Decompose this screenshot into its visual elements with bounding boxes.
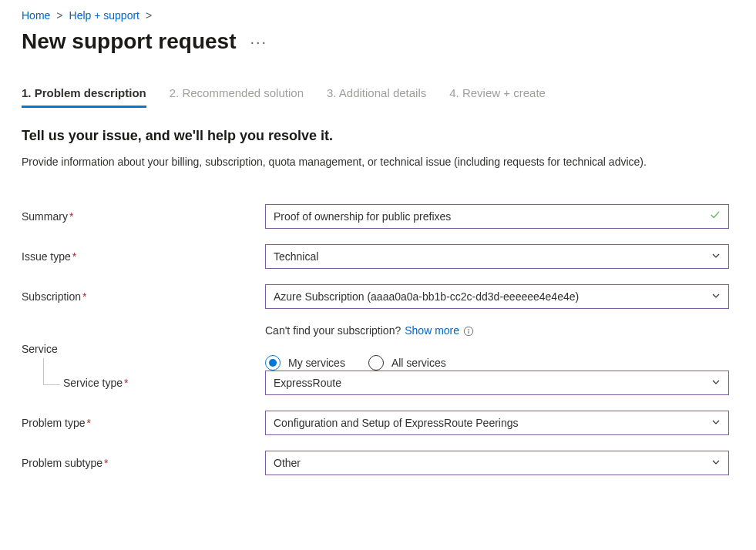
radio-my-services[interactable]: My services (265, 355, 345, 371)
issue-type-select[interactable]: Technical (265, 244, 729, 269)
issue-type-label: Issue type* (22, 250, 265, 263)
chevron-down-icon (711, 377, 721, 389)
service-type-select[interactable]: ExpressRoute (265, 371, 729, 395)
radio-icon (265, 355, 281, 371)
tab-additional-details[interactable]: 3. Additional details (327, 86, 426, 108)
subscription-label: Subscription* (22, 290, 265, 303)
page-title: New support request (22, 29, 236, 54)
section-description: Provide information about your billing, … (22, 155, 731, 170)
svg-rect-2 (469, 330, 469, 334)
breadcrumb-home[interactable]: Home (22, 9, 50, 22)
section-heading: Tell us your issue, and we'll help you r… (22, 128, 734, 144)
required-indicator: * (82, 290, 86, 303)
subscription-helper: Can't find your subscription? Show more (265, 324, 734, 337)
problem-type-select[interactable]: Configuration and Setup of ExpressRoute … (265, 411, 729, 435)
summary-value: Proof of ownership for public prefixes (274, 210, 451, 223)
more-actions-button[interactable]: ··· (250, 33, 267, 51)
chevron-down-icon (711, 417, 721, 429)
show-more-link[interactable]: Show more (405, 324, 459, 337)
required-indicator: * (69, 210, 73, 223)
required-indicator: * (104, 457, 108, 469)
subscription-value: Azure Subscription (aaaa0a0a-bb1b-cc2c-d… (274, 290, 579, 303)
chevron-down-icon (711, 457, 721, 469)
problem-subtype-value: Other (274, 457, 301, 469)
problem-type-value: Configuration and Setup of ExpressRoute … (274, 417, 519, 429)
page-header: New support request ··· (22, 29, 734, 54)
required-indicator: * (124, 377, 128, 389)
service-type-label: Service type* (22, 377, 265, 389)
radio-my-services-label: My services (288, 357, 345, 369)
chevron-down-icon (711, 290, 721, 303)
wizard-tabs: 1. Problem description 2. Recommended so… (22, 86, 734, 108)
required-indicator: * (72, 250, 76, 263)
breadcrumb: Home > Help + support > (22, 9, 734, 22)
tab-recommended-solution[interactable]: 2. Recommended solution (170, 86, 304, 108)
tree-indicator (43, 358, 60, 385)
problem-subtype-label: Problem subtype* (22, 457, 265, 469)
radio-all-services[interactable]: All services (368, 355, 446, 371)
service-type-value: ExpressRoute (274, 377, 341, 389)
issue-type-value: Technical (274, 250, 318, 263)
tab-problem-description[interactable]: 1. Problem description (22, 86, 146, 108)
required-indicator: * (86, 417, 90, 429)
subscription-select[interactable]: Azure Subscription (aaaa0a0a-bb1b-cc2c-d… (265, 284, 729, 309)
radio-icon (368, 355, 384, 371)
chevron-down-icon (711, 250, 721, 263)
service-label: Service (22, 343, 265, 355)
radio-all-services-label: All services (391, 357, 446, 369)
info-icon[interactable] (463, 324, 474, 337)
breadcrumb-separator: > (146, 9, 152, 22)
tab-review-create[interactable]: 4. Review + create (449, 86, 546, 108)
summary-input[interactable]: Proof of ownership for public prefixes (265, 204, 729, 229)
summary-label: Summary* (22, 210, 265, 223)
check-icon (710, 210, 721, 223)
breadcrumb-separator: > (56, 9, 62, 22)
breadcrumb-help-support[interactable]: Help + support (69, 9, 139, 22)
svg-point-1 (468, 329, 469, 330)
subscription-helper-text: Can't find your subscription? (265, 324, 401, 337)
problem-type-label: Problem type* (22, 417, 265, 429)
problem-subtype-select[interactable]: Other (265, 451, 729, 475)
service-scope-radio-group: My services All services (265, 355, 734, 371)
